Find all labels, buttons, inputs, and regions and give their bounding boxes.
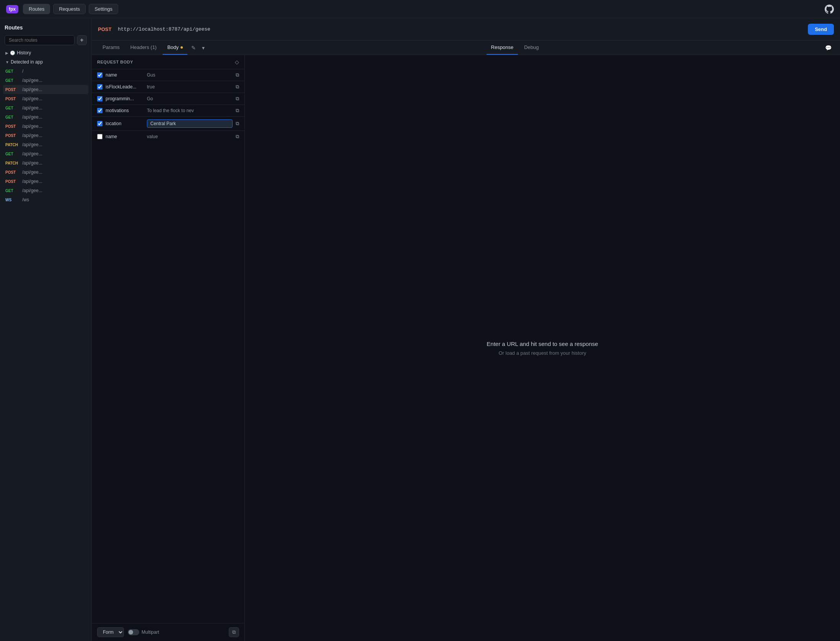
form-checkbox[interactable] [97,134,103,139]
method-badge: GET [5,69,19,73]
route-item[interactable]: GET /api/gee... [3,76,88,85]
route-item[interactable]: POST /api/gee... [3,177,88,186]
route-list: GET / GET /api/gee... POST /api/gee... P… [0,67,91,641]
route-item[interactable]: POST /api/gee... [3,85,88,94]
route-item[interactable]: GET / [3,67,88,76]
add-route-button[interactable]: + [77,35,87,45]
form-value-input[interactable] [147,119,233,128]
sidebar: Routes + ▶ 🕐 History ▼ Detected in app G… [0,18,92,641]
sidebar-title: Routes [0,18,91,34]
copy-field-icon[interactable]: ⧉ [236,108,239,114]
route-path: /api/gee... [22,87,42,92]
sidebar-section: ▶ 🕐 History ▼ Detected in app [0,48,91,67]
method-badge: GET [5,189,19,193]
tab-headers[interactable]: Headers (1) [126,41,161,55]
route-path: /ws [22,197,29,202]
routes-nav-button[interactable]: Routes [23,4,50,14]
form-value: Gus [147,72,233,78]
form-checkbox[interactable] [97,84,103,90]
settings-nav-button[interactable]: Settings [89,4,118,14]
chat-icon[interactable]: 💬 [823,42,834,53]
chevron-down-icon: ▼ [5,60,9,64]
route-path: /api/gee... [22,124,42,129]
route-item[interactable]: POST /api/gee... [3,131,88,140]
route-path: /api/gee... [22,151,42,157]
detected-label: Detected in app [11,59,43,65]
form-row: isFlockLeade... true ⧉ [92,81,244,93]
split-panel: REQUEST BODY ◇ name Gus ⧉ isFlockLeade..… [92,55,840,641]
chevron-down-tab-icon[interactable]: ▾ [200,42,207,53]
request-body-panel: REQUEST BODY ◇ name Gus ⧉ isFlockLeade..… [92,55,245,641]
route-path: /api/gee... [22,114,42,120]
route-item[interactable]: PATCH /api/gee... [3,158,88,168]
method-badge: POST [5,124,19,129]
clock-icon: 🕐 [10,51,15,55]
copy-all-button[interactable]: ⧉ [229,627,239,637]
request-footer: Form Multipart ⧉ [92,623,244,641]
form-checkbox[interactable] [97,72,103,78]
route-item[interactable]: POST /api/gee... [3,122,88,131]
route-item[interactable]: WS /ws [3,195,88,204]
form-key: name [106,134,144,139]
method-label: POST [98,26,113,32]
route-path: / [22,69,23,74]
form-value: true [147,84,233,90]
form-key: name [106,72,144,78]
edit-icon[interactable]: ✎ [189,42,198,53]
route-path: /api/gee... [22,105,42,111]
topnav: fpx Routes Requests Settings [0,0,840,18]
route-path: /api/gee... [22,78,42,83]
route-item[interactable]: GET /api/gee... [3,113,88,122]
url-input[interactable] [118,26,803,32]
form-row: location ⧉ [92,117,244,131]
form-table: name Gus ⧉ isFlockLeade... true ⧉ progra… [92,69,244,623]
requests-nav-button[interactable]: Requests [53,4,86,14]
method-badge: WS [5,198,19,202]
method-badge: POST [5,88,19,92]
diamond-icon[interactable]: ◇ [235,59,239,65]
method-badge: POST [5,179,19,184]
form-type-select[interactable]: Form [97,627,124,637]
form-checkbox[interactable] [97,108,103,113]
tab-params[interactable]: Params [98,41,124,55]
chevron-right-icon: ▶ [5,51,8,55]
multipart-toggle[interactable] [128,629,139,635]
copy-field-icon[interactable]: ⧉ [236,72,239,78]
tabs-row: Params Headers (1) Body ✎ ▾ Response Deb… [92,41,840,55]
form-value: value [147,134,233,139]
route-item[interactable]: GET /api/gee... [3,186,88,195]
method-badge: PATCH [5,143,19,147]
send-button[interactable]: Send [808,24,834,35]
method-badge: GET [5,78,19,83]
route-item[interactable]: GET /api/gee... [3,149,88,158]
tab-body[interactable]: Body [163,41,187,55]
main-layout: Routes + ▶ 🕐 History ▼ Detected in app G… [0,18,840,641]
route-item[interactable]: POST /api/gee... [3,94,88,103]
tab-debug[interactable]: Debug [519,41,543,55]
search-input[interactable] [5,35,75,45]
tab-response[interactable]: Response [487,41,518,55]
github-icon[interactable] [825,5,834,14]
route-item[interactable]: POST /api/gee... [3,168,88,177]
route-path: /api/gee... [22,170,42,175]
form-checkbox[interactable] [97,121,103,126]
history-group[interactable]: ▶ 🕐 History [3,48,88,57]
copy-field-icon[interactable]: ⧉ [236,96,239,102]
route-path: /api/gee... [22,160,42,166]
copy-field-icon[interactable]: ⧉ [236,121,239,127]
form-key: isFlockLeade... [106,84,144,90]
method-badge: POST [5,97,19,101]
route-item[interactable]: GET /api/gee... [3,103,88,113]
copy-field-icon[interactable]: ⧉ [236,134,239,140]
detected-group[interactable]: ▼ Detected in app [3,57,88,67]
method-badge: GET [5,115,19,119]
route-item[interactable]: PATCH /api/gee... [3,140,88,149]
copy-field-icon[interactable]: ⧉ [236,84,239,90]
route-path: /api/gee... [22,142,42,147]
url-bar: POST Send [92,18,840,41]
multipart-toggle-wrapper: Multipart [128,629,159,635]
form-value: To lead the flock to nev [147,108,233,113]
request-body-label: REQUEST BODY [97,60,133,64]
form-key: motivations [106,108,144,113]
form-checkbox[interactable] [97,96,103,101]
